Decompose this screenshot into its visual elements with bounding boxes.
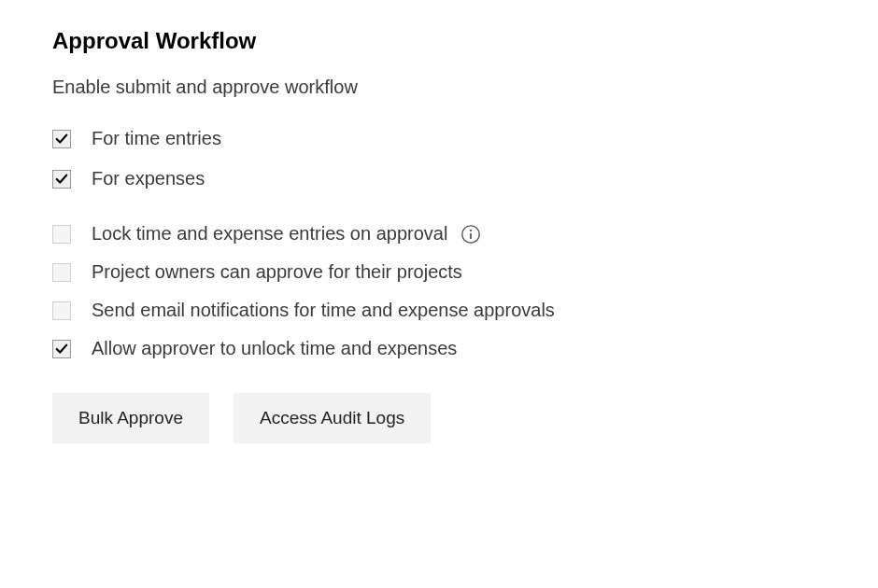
options-group-1: For time entries For expenses [52, 128, 826, 189]
option-label: Lock time and expense entries on approva… [92, 223, 447, 245]
option-row-expenses: For expenses [52, 168, 826, 189]
option-row-allow-unlock: Allow approver to unlock time and expens… [52, 338, 826, 359]
section-title: Approval Workflow [52, 28, 826, 54]
checkbox-allow-unlock[interactable] [52, 340, 71, 358]
option-row-lock-entries: Lock time and expense entries on approva… [52, 223, 826, 245]
option-label: Project owners can approve for their pro… [92, 261, 462, 283]
bulk-approve-button[interactable]: Bulk Approve [52, 393, 209, 443]
check-icon [55, 173, 68, 186]
checkbox-email-notifications[interactable] [52, 301, 71, 320]
checkbox-time-entries[interactable] [52, 130, 71, 148]
check-icon [55, 343, 68, 356]
check-icon [55, 133, 68, 146]
option-row-email-notifications: Send email notifications for time and ex… [52, 300, 826, 321]
checkbox-expenses[interactable] [52, 170, 71, 189]
svg-point-1 [470, 229, 472, 231]
option-row-time-entries: For time entries [52, 128, 826, 149]
option-label: Send email notifications for time and ex… [92, 300, 555, 321]
info-icon[interactable] [460, 224, 481, 245]
checkbox-project-owners[interactable] [52, 263, 71, 282]
access-audit-logs-button[interactable]: Access Audit Logs [234, 393, 431, 443]
option-label: Allow approver to unlock time and expens… [92, 338, 457, 359]
svg-rect-2 [470, 232, 472, 238]
option-label: For expenses [92, 168, 205, 189]
checkbox-lock-entries[interactable] [52, 225, 71, 244]
section-subtitle: Enable submit and approve workflow [52, 77, 826, 98]
button-row: Bulk Approve Access Audit Logs [52, 393, 826, 443]
option-label: For time entries [92, 128, 221, 149]
option-row-project-owners: Project owners can approve for their pro… [52, 261, 826, 283]
options-group-2: Lock time and expense entries on approva… [52, 223, 826, 359]
